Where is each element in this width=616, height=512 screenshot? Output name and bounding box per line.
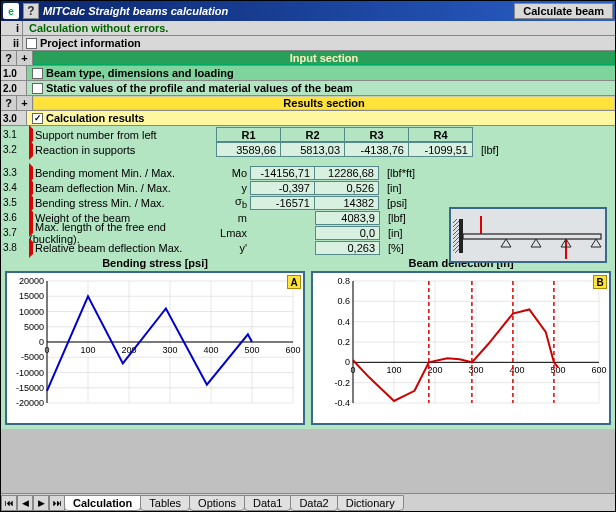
help-button[interactable]: ?	[1, 96, 17, 110]
r3-val: -4138,76	[344, 142, 409, 157]
svg-text:300: 300	[468, 365, 483, 375]
app-icon: e	[3, 3, 19, 19]
unit: [psi]	[387, 197, 407, 209]
svg-text:5000: 5000	[24, 322, 44, 332]
unit: [lbf*ft]	[387, 167, 415, 179]
r4-head: R4	[408, 127, 473, 142]
unit: [lbf]	[388, 212, 406, 224]
svg-text:400: 400	[203, 345, 218, 355]
beam-type-row[interactable]: 1.0 Beam type, dimensions and loading	[1, 66, 615, 81]
project-info-row[interactable]: ii Project information	[1, 36, 615, 51]
chart-a: Bending stress [psi] A -20000-15000-1000…	[5, 257, 305, 425]
tab-options[interactable]: Options	[189, 495, 245, 511]
row-num: 3.1	[1, 129, 27, 140]
tab-dictionary[interactable]: Dictionary	[337, 495, 404, 511]
status-text: Calculation without errors.	[23, 22, 168, 34]
app-title: MITCalc Straight beams calculation	[43, 5, 510, 17]
svg-rect-69	[453, 219, 459, 253]
help-icon[interactable]: ?	[23, 3, 39, 19]
input-section-header: ? + Input section	[1, 51, 615, 66]
help-button[interactable]: ?	[1, 51, 17, 65]
support-header-row: 3.1 Support number from left R1 R2 R3 R4	[1, 127, 615, 142]
row-symbol: σb	[217, 195, 251, 210]
support-values-row: 3.2 Reaction in supports 3589,66 5813,03…	[1, 142, 615, 157]
beam-type-checkbox[interactable]	[32, 68, 43, 79]
svg-text:-15000: -15000	[16, 383, 44, 393]
row-label: Beam deflection Min. / Max.	[27, 182, 217, 194]
expand-button[interactable]: +	[17, 51, 33, 65]
results-section-header: ? + Results section	[1, 96, 615, 111]
row-symbol: Mo	[217, 167, 251, 179]
calculate-beam-button[interactable]: Calculate beam	[514, 3, 613, 19]
svg-text:300: 300	[162, 345, 177, 355]
tab-last-icon[interactable]: ⏭	[49, 495, 65, 511]
row-num: 3.0	[1, 111, 27, 125]
svg-rect-68	[459, 219, 463, 253]
expand-button[interactable]: +	[17, 96, 33, 110]
r3-head: R3	[344, 127, 409, 142]
svg-text:0.6: 0.6	[337, 296, 350, 306]
svg-text:400: 400	[509, 365, 524, 375]
r4-val: -1099,51	[408, 142, 473, 157]
val-min: -14156,71	[250, 166, 315, 180]
tab-tables[interactable]: Tables	[140, 495, 190, 511]
project-checkbox[interactable]	[26, 38, 37, 49]
val-max: 0,526	[314, 181, 379, 195]
svg-text:15000: 15000	[19, 291, 44, 301]
svg-text:-0.4: -0.4	[334, 398, 350, 408]
results-section-title: Results section	[33, 96, 615, 110]
unit: [in]	[387, 182, 402, 194]
svg-text:0: 0	[345, 357, 350, 367]
chart-b-letter[interactable]: B	[593, 275, 607, 289]
chart-a-box: A -20000-15000-10000-5000050001000015000…	[5, 271, 305, 425]
calc-checkbox[interactable]: ✓	[32, 113, 43, 124]
static-checkbox[interactable]	[32, 83, 43, 94]
row-label: Bending moment Min. / Max.	[27, 167, 217, 179]
chart-a-letter[interactable]: A	[287, 275, 301, 289]
unit: [lbf]	[481, 144, 499, 156]
project-index: ii	[1, 36, 23, 50]
tab-calculation[interactable]: Calculation	[64, 495, 141, 511]
svg-text:-20000: -20000	[16, 398, 44, 408]
calc-results-row[interactable]: 3.0 ✓Calculation results	[1, 111, 615, 126]
data-row-3.4: 3.4Beam deflection Min. / Max.y-0,3970,5…	[1, 180, 615, 195]
tab-nav[interactable]: ⏮ ◀ ▶ ⏭	[1, 495, 65, 511]
row-num: 3.6	[1, 212, 27, 223]
val-max: 0,263	[315, 241, 380, 255]
tab-next-icon[interactable]: ▶	[33, 495, 49, 511]
row-symbol: y'	[217, 242, 251, 254]
static-label: Static values of the profile and materia…	[46, 82, 353, 94]
tab-first-icon[interactable]: ⏮	[1, 495, 17, 511]
row-num: 3.4	[1, 182, 27, 193]
tab-prev-icon[interactable]: ◀	[17, 495, 33, 511]
titlebar: e ? MITCalc Straight beams calculation C…	[1, 1, 615, 21]
r1-val: 3589,66	[216, 142, 281, 157]
chart-b: Beam deflection [in] B -0.4-0.200.20.40.…	[311, 257, 611, 425]
status-row: i Calculation without errors.	[1, 21, 615, 36]
r2-head: R2	[280, 127, 345, 142]
row-num: 3.5	[1, 197, 27, 208]
val-max: 0,0	[315, 226, 380, 240]
svg-text:500: 500	[244, 345, 259, 355]
unit: [%]	[388, 242, 404, 254]
val-min: -16571	[250, 196, 315, 210]
svg-text:-10000: -10000	[16, 368, 44, 378]
project-label: Project information	[40, 37, 141, 49]
row-symbol: y	[217, 182, 251, 194]
svg-text:10000: 10000	[19, 307, 44, 317]
row-num: 2.0	[1, 81, 27, 95]
tab-data2[interactable]: Data2	[290, 495, 337, 511]
unit: [in]	[388, 227, 403, 239]
svg-text:20000: 20000	[19, 276, 44, 286]
tab-data1[interactable]: Data1	[244, 495, 291, 511]
reaction-label: Reaction in supports	[35, 144, 135, 156]
svg-text:0: 0	[39, 337, 44, 347]
static-values-row[interactable]: 2.0 Static values of the profile and mat…	[1, 81, 615, 96]
svg-text:200: 200	[427, 365, 442, 375]
support-label: Support number from left	[35, 129, 157, 141]
chart-b-box: B -0.4-0.200.20.40.60.801002003004005006…	[311, 271, 611, 425]
val-max: 4083,9	[315, 211, 380, 225]
marker-icon	[29, 140, 33, 160]
row-num: 3.3	[1, 167, 27, 178]
val-max: 12286,68	[314, 166, 379, 180]
